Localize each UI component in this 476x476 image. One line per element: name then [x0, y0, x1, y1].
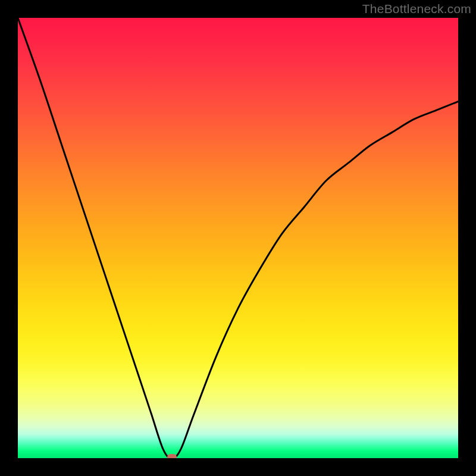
optimal-point-marker	[167, 454, 177, 458]
curve-path	[18, 18, 458, 458]
watermark-text: TheBottleneck.com	[362, 2, 471, 16]
bottleneck-curve	[18, 18, 458, 458]
chart-frame: TheBottleneck.com	[0, 0, 476, 476]
plot-area	[18, 18, 458, 458]
